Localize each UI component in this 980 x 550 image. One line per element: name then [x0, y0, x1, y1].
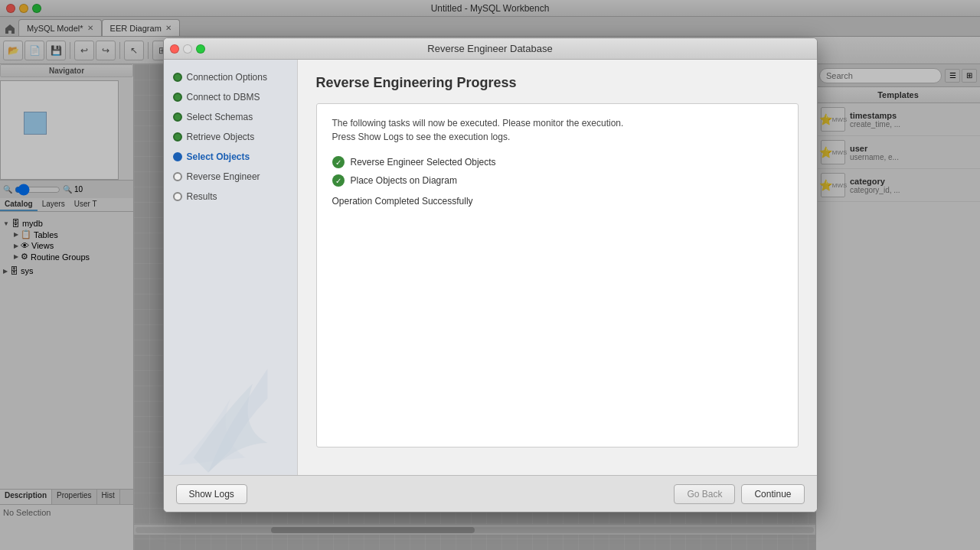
modal-close-button[interactable]: [170, 44, 179, 54]
progress-description: The following tasks will now be executed…: [332, 116, 782, 144]
step-label-retrieve: Retrieve Objects: [187, 132, 255, 142]
modal-min-button[interactable]: [183, 44, 192, 54]
modal-dialog: Reverse Engineer Database Connection Opt…: [163, 37, 818, 513]
step-label-schemas: Select Schemas: [187, 112, 253, 122]
step-label-results: Results: [187, 191, 217, 202]
desc-line2: Press Show Logs to see the execution log…: [332, 130, 782, 144]
step-connection-options[interactable]: Connection Options: [164, 67, 297, 87]
modal-overlay: Reverse Engineer Database Connection Opt…: [0, 0, 980, 550]
modal-window-controls: [170, 44, 205, 54]
section-title: Reverse Engineering Progress: [316, 75, 799, 91]
step-connect-dbms[interactable]: Connect to DBMS: [164, 87, 297, 107]
step-dot-connect: [173, 93, 182, 102]
modal-max-button[interactable]: [196, 44, 205, 54]
modal-content: Reverse Engineering Progress The followi…: [298, 60, 817, 475]
progress-item-1: ✓ Place Objects on Diagram: [332, 174, 782, 187]
modal-footer: Show Logs Go Back Continue: [164, 475, 817, 512]
modal-title: Reverse Engineer Database: [427, 43, 552, 54]
continue-button[interactable]: Continue: [741, 484, 804, 504]
completed-text: Operation Completed Successfully: [332, 196, 782, 207]
step-select-objects[interactable]: Select Objects: [164, 147, 297, 167]
progress-box: The following tasks will now be executed…: [316, 103, 799, 447]
go-back-button[interactable]: Go Back: [674, 484, 735, 504]
step-dot-schemas: [173, 112, 182, 122]
progress-item-0: ✓ Reverse Engineer Selected Objects: [332, 156, 782, 168]
step-label-connect: Connect to DBMS: [187, 92, 260, 103]
step-reverse-engineer[interactable]: Reverse Engineer: [164, 167, 297, 187]
task-label-0: Reverse Engineer Selected Objects: [351, 157, 496, 168]
step-label-reverse: Reverse Engineer: [187, 171, 260, 182]
step-dot-retrieve: [173, 132, 182, 142]
check-icon-0: ✓: [332, 156, 345, 168]
step-label-connection: Connection Options: [187, 72, 267, 83]
show-logs-button[interactable]: Show Logs: [176, 484, 247, 504]
step-results[interactable]: Results: [164, 187, 297, 207]
task-label-1: Place Objects on Diagram: [351, 175, 457, 186]
modal-body: Connection Options Connect to DBMS Selec…: [164, 60, 817, 475]
step-dot-results: [173, 192, 182, 201]
desc-line1: The following tasks will now be executed…: [332, 116, 782, 130]
steps-panel: Connection Options Connect to DBMS Selec…: [164, 60, 298, 475]
step-dot-reverse: [173, 172, 182, 181]
step-dot-connection: [173, 73, 182, 82]
step-label-select: Select Objects: [187, 151, 250, 162]
step-select-schemas[interactable]: Select Schemas: [164, 107, 297, 127]
steps-bg: [164, 322, 297, 475]
step-retrieve-objects[interactable]: Retrieve Objects: [164, 127, 297, 147]
modal-titlebar: Reverse Engineer Database: [164, 38, 817, 60]
check-icon-1: ✓: [332, 174, 345, 187]
step-dot-select: [173, 152, 182, 161]
